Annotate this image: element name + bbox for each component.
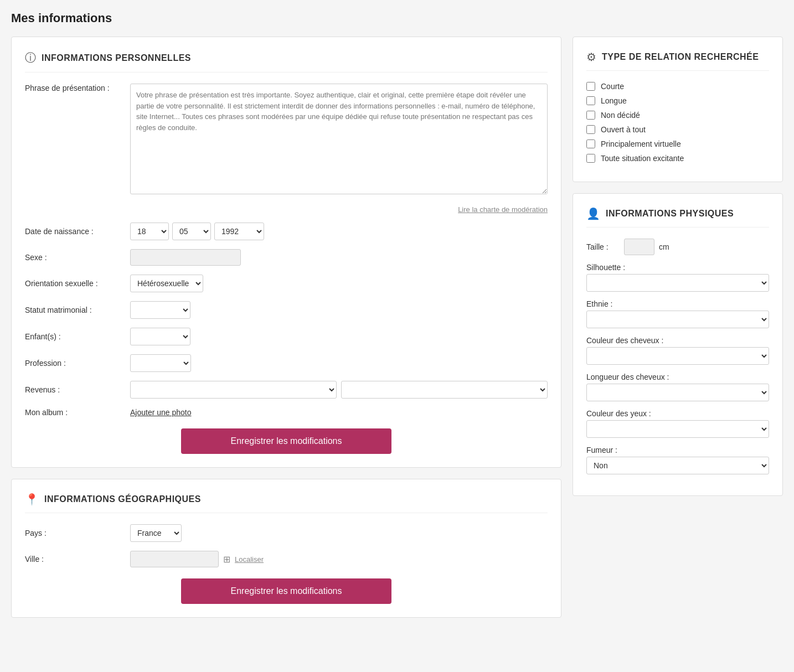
matrimonial-select[interactable]: Célibataire En couple Marié(e) Divorcé(e… — [130, 301, 190, 319]
ethnie-select[interactable]: Caucasienne Africaine Asiatique Autre — [586, 311, 769, 328]
list-item: Ouvert à tout — [586, 125, 769, 134]
list-item: Toute situation excitante — [586, 154, 769, 163]
revenus-field: Moins de 1000€ 1000-2000€ 2000-3000€ Plu… — [130, 381, 548, 399]
silhouette-label: Silhouette : — [586, 263, 769, 272]
save-geo-row: Enregistrer les modifications — [25, 578, 548, 604]
couleur-cheveux-select[interactable]: Brun Blond Roux Noir Blanc Gris — [586, 347, 769, 365]
dob-label: Date de naissance : — [25, 227, 130, 236]
non-decide-checkbox[interactable] — [586, 111, 595, 120]
profession-select[interactable]: Étudiant(e) Employé(e) Cadre Retraité(e)… — [130, 354, 191, 372]
enfants-field: Oui Non Pas encore — [130, 328, 548, 345]
couleur-cheveux-label: Couleur des cheveux : — [586, 336, 769, 345]
fumeur-select[interactable]: Non Oui Occasionnellement — [586, 457, 769, 474]
enfants-row: Enfant(s) : Oui Non Pas encore — [25, 328, 548, 345]
virtuelle-label: Principalement virtuelle — [601, 139, 681, 148]
profession-row: Profession : Étudiant(e) Employé(e) Cadr… — [25, 354, 548, 372]
pays-select[interactable]: France Belgique Suisse Canada Autre — [130, 524, 182, 542]
pays-row: Pays : France Belgique Suisse Canada Aut… — [25, 524, 548, 542]
revenus-select-1[interactable]: Moins de 1000€ 1000-2000€ 2000-3000€ Plu… — [130, 381, 337, 399]
sexe-label: Sexe : — [25, 253, 130, 262]
longueur-cheveux-select[interactable]: Courts Mi-longs Longs Rasé(e) — [586, 384, 769, 401]
info-icon: ⓘ — [25, 50, 36, 65]
ville-input[interactable]: Lyon — [130, 551, 219, 567]
enfants-select[interactable]: Oui Non Pas encore — [130, 328, 190, 345]
moderation-link-row: Lire la charte de modération — [25, 205, 548, 214]
silhouette-select[interactable]: Mince Athlétique Normale Ronde Forte — [586, 274, 769, 292]
presentation-field — [130, 84, 548, 197]
excitante-label: Toute situation excitante — [601, 154, 684, 163]
localiser-link[interactable]: Localiser — [235, 555, 264, 564]
fumeur-row: Fumeur : Non Oui Occasionnellement — [586, 446, 769, 474]
add-photo-link[interactable]: Ajouter une photo — [130, 408, 192, 417]
save-personal-button[interactable]: Enregistrer les modifications — [181, 428, 391, 454]
non-decide-label: Non décidé — [601, 111, 640, 120]
list-item: Courte — [586, 82, 769, 91]
physical-info-header: 👤 Informations physiques — [586, 207, 769, 228]
pays-field: France Belgique Suisse Canada Autre — [130, 524, 548, 542]
physical-info-card: 👤 Informations physiques Taille : cm Sil… — [573, 193, 783, 496]
sexe-input: Femme — [130, 249, 241, 266]
taille-label: Taille : — [586, 242, 620, 251]
gps-icon: ⊞ — [223, 554, 230, 565]
right-column: ⚙ Type de relation recherchée Courte Lon… — [573, 37, 783, 496]
revenus-row: Revenus : Moins de 1000€ 1000-2000€ 2000… — [25, 381, 548, 399]
dob-day-select[interactable]: 18 010203 040506 070809 101112 131415 16… — [130, 223, 169, 240]
orientation-field: Hétérosexuelle Homosexuelle Bisexuelle — [130, 275, 548, 292]
physical-info-title: Informations physiques — [606, 209, 734, 219]
save-personal-row: Enregistrer les modifications — [25, 428, 548, 454]
matrimonial-label: Statut matrimonial : — [25, 306, 130, 314]
courte-label: Courte — [601, 82, 624, 91]
couleur-cheveux-row: Couleur des cheveux : Brun Blond Roux No… — [586, 336, 769, 365]
fumeur-label: Fumeur : — [586, 446, 769, 454]
presentation-textarea[interactable] — [130, 84, 548, 194]
page-title: Mes informations — [11, 11, 783, 25]
relation-icon: ⚙ — [586, 50, 596, 64]
profession-label: Profession : — [25, 359, 130, 368]
silhouette-row: Silhouette : Mince Athlétique Normale Ro… — [586, 263, 769, 292]
couleur-yeux-label: Couleur des yeux : — [586, 409, 769, 418]
virtuelle-checkbox[interactable] — [586, 139, 595, 148]
longueur-cheveux-row: Longueur des cheveux : Courts Mi-longs L… — [586, 373, 769, 401]
orientation-row: Orientation sexuelle : Hétérosexuelle Ho… — [25, 275, 548, 292]
moderation-link[interactable]: Lire la charte de modération — [25, 205, 548, 214]
ethnie-row: Ethnie : Caucasienne Africaine Asiatique… — [586, 299, 769, 328]
taille-row: Taille : cm — [586, 239, 769, 255]
ethnie-label: Ethnie : — [586, 299, 769, 308]
personal-info-card: ⓘ Informations personnelles Phrase de pr… — [11, 37, 561, 468]
couleur-yeux-row: Couleur des yeux : Bleus Verts Marrons N… — [586, 409, 769, 438]
album-label: Mon album : — [25, 408, 130, 417]
taille-input[interactable] — [624, 239, 654, 255]
dob-year-select[interactable]: 1992 198019811982 198319841985 198619871… — [214, 223, 264, 240]
album-field: Ajouter une photo — [130, 407, 548, 417]
geo-info-header: 📍 Informations géographiques — [25, 493, 548, 513]
album-row: Mon album : Ajouter une photo — [25, 407, 548, 417]
list-item: Longue — [586, 96, 769, 105]
presentation-label: Phrase de présentation : — [25, 84, 130, 92]
taille-unit: cm — [659, 242, 669, 251]
matrimonial-row: Statut matrimonial : Célibataire En coup… — [25, 301, 548, 319]
pays-label: Pays : — [25, 529, 130, 537]
matrimonial-field: Célibataire En couple Marié(e) Divorcé(e… — [130, 301, 548, 319]
courte-checkbox[interactable] — [586, 82, 595, 91]
presentation-row: Phrase de présentation : — [25, 84, 548, 197]
ville-row: Ville : Lyon ⊞ Localiser — [25, 551, 548, 567]
sexe-row: Sexe : Femme — [25, 249, 548, 266]
ville-field: Lyon ⊞ Localiser — [130, 551, 548, 567]
save-geo-button[interactable]: Enregistrer les modifications — [181, 578, 391, 604]
ville-label: Ville : — [25, 555, 130, 564]
couleur-yeux-select[interactable]: Bleus Verts Marrons Noirs Gris — [586, 420, 769, 438]
list-item: Principalement virtuelle — [586, 139, 769, 148]
orientation-select[interactable]: Hétérosexuelle Homosexuelle Bisexuelle — [130, 275, 203, 292]
relation-type-header: ⚙ Type de relation recherchée — [586, 50, 769, 71]
relation-type-title: Type de relation recherchée — [602, 52, 759, 62]
relation-type-card: ⚙ Type de relation recherchée Courte Lon… — [573, 37, 783, 182]
revenus-select-2[interactable]: Par mois Par an — [341, 381, 548, 399]
personal-info-title: Informations personnelles — [42, 53, 191, 63]
revenus-label: Revenus : — [25, 385, 130, 394]
dob-month-select[interactable]: 05 010203 040607 080910 1112 — [172, 223, 211, 240]
ouvert-tout-checkbox[interactable] — [586, 125, 595, 134]
geo-info-card: 📍 Informations géographiques Pays : Fran… — [11, 479, 561, 618]
excitante-checkbox[interactable] — [586, 154, 595, 163]
location-pin-icon: 📍 — [25, 493, 39, 506]
longue-checkbox[interactable] — [586, 96, 595, 105]
